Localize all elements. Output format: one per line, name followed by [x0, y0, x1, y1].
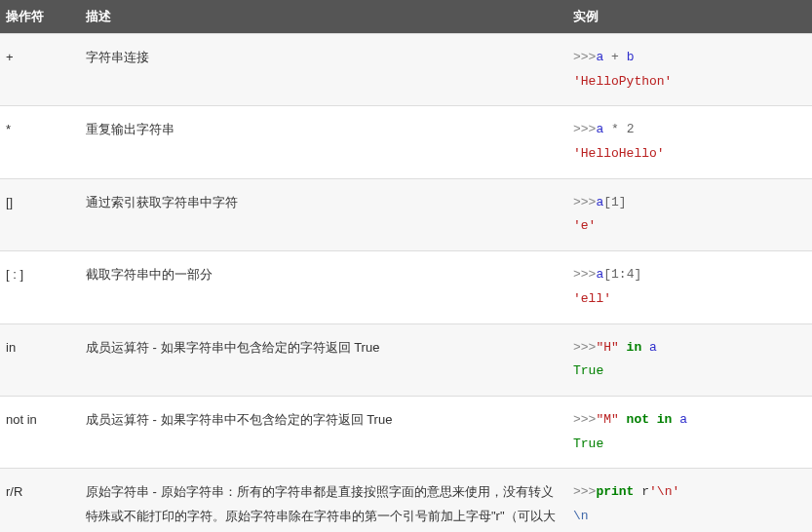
table-row: r/R原始字符串 - 原始字符串：所有的字符串都是直接按照字面的意思来使用，没有… [0, 469, 812, 532]
code-token: ' [649, 484, 657, 499]
code-token: a [649, 340, 657, 355]
code-token: >>> [573, 412, 596, 427]
cell-operator: in [0, 323, 80, 396]
cell-description: 截取字符串中的一部分 [80, 251, 567, 323]
code-token: [ [603, 267, 611, 282]
table-row: not in成员运算符 - 如果字符串中不包含给定的字符返回 True>>>"M… [0, 396, 812, 468]
code-token: ' [672, 484, 679, 499]
code-token: 'ell' [573, 291, 611, 306]
code-token: >>> [573, 195, 596, 209]
code-token: print [596, 484, 634, 499]
table-row: +字符串连接>>>a + b 'HelloPython' [0, 34, 812, 106]
code-token: \n [573, 509, 589, 523]
code-token: >>> [573, 122, 596, 136]
code-token: ] [634, 267, 641, 282]
cell-example: >>>"H" in a True [567, 323, 812, 396]
cell-example: >>>"M" not in a True [567, 396, 812, 468]
code-block: >>>a[1:4] 'ell' [573, 263, 806, 311]
cell-example: >>>a[1] 'e' [567, 178, 812, 250]
code-token: True [573, 437, 603, 451]
code-token: a [679, 412, 687, 427]
cell-example: >>>a[1:4] 'ell' [567, 251, 812, 323]
code-token: 1 [611, 195, 619, 209]
code-token: 'HelloHello' [573, 146, 665, 161]
code-block: >>>a[1] 'e' [573, 191, 806, 239]
cell-operator: [] [0, 178, 80, 250]
table-row: *重复输出字符串>>>a * 2 'HelloHello' [0, 106, 812, 178]
code-token: + [603, 50, 626, 64]
header-operator: 操作符 [0, 0, 80, 34]
header-example: 实例 [567, 0, 812, 34]
code-token: 2 [627, 122, 635, 136]
code-block: >>>print r'\n' \n >>> print R'\n' \n [573, 480, 806, 532]
header-description: 描述 [80, 0, 567, 34]
cell-example: >>>print r'\n' \n >>> print R'\n' \n [567, 469, 812, 532]
code-block: >>>"M" not in a True [573, 408, 806, 456]
cell-example: >>>a + b 'HelloPython' [567, 34, 812, 106]
cell-operator: not in [0, 396, 80, 468]
code-token: True [573, 363, 603, 378]
code-token: 1 [611, 267, 619, 282]
code-token: b [627, 50, 635, 64]
code-token: [ [603, 195, 611, 209]
code-token: : [619, 267, 627, 282]
code-token: in [619, 340, 649, 355]
cell-operator: + [0, 34, 80, 106]
code-token: ] [619, 195, 627, 209]
table-row: [ : ]截取字符串中的一部分>>>a[1:4] 'ell' [0, 251, 812, 323]
code-token: r [634, 484, 649, 499]
cell-example: >>>a * 2 'HelloHello' [567, 106, 812, 178]
code-token: >>> [573, 340, 596, 355]
operator-table: 操作符 描述 实例 +字符串连接>>>a + b 'HelloPython'*重… [0, 0, 812, 532]
code-token: \n [657, 484, 673, 499]
code-block: >>>a + b 'HelloPython' [573, 46, 806, 94]
code-token: not in [619, 412, 679, 427]
table-row: []通过索引获取字符串中字符>>>a[1] 'e' [0, 178, 812, 250]
cell-description: 字符串连接 [80, 34, 567, 106]
cell-operator: r/R [0, 469, 80, 532]
cell-operator: [ : ] [0, 251, 80, 323]
code-token: >>> [573, 484, 596, 499]
code-token: >>> [573, 50, 596, 64]
cell-description: 重复输出字符串 [80, 106, 567, 178]
code-token: 'HelloPython' [573, 74, 672, 89]
code-block: >>>a * 2 'HelloHello' [573, 118, 806, 166]
code-block: >>>"H" in a True [573, 336, 806, 384]
table-row: in成员运算符 - 如果字符串中包含给定的字符返回 True>>>"H" in … [0, 323, 812, 396]
code-token: >>> [573, 267, 596, 282]
code-token: "H" [596, 340, 618, 355]
code-token: "M" [596, 412, 618, 427]
cell-description: 通过索引获取字符串中字符 [80, 178, 567, 250]
cell-description: 成员运算符 - 如果字符串中包含给定的字符返回 True [80, 323, 567, 396]
cell-operator: * [0, 106, 80, 178]
cell-description: 原始字符串 - 原始字符串：所有的字符串都是直接按照字面的意思来使用，没有转义特… [80, 469, 567, 532]
code-token: 'e' [573, 218, 596, 233]
code-token: * [603, 122, 626, 136]
cell-description: 成员运算符 - 如果字符串中不包含给定的字符返回 True [80, 396, 567, 468]
